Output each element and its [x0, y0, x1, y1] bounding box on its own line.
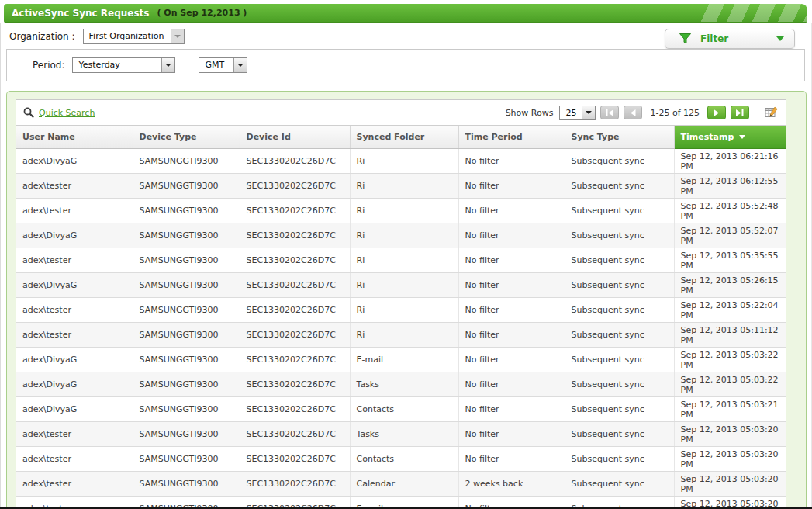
cell-user: adex\DivyaG: [16, 347, 133, 372]
column-header-time-period[interactable]: Time Period: [458, 126, 565, 148]
timezone-select[interactable]: GMT: [199, 57, 247, 73]
organization-select[interactable]: First Organization: [83, 29, 185, 44]
cell-sync-type: Subsequent sync: [565, 471, 674, 496]
cell-synced-folder: Contacts: [350, 396, 458, 421]
cell-time-period: 2 weeks back: [458, 471, 565, 496]
search-icon: [23, 107, 34, 118]
cell-device-type: SAMSUNGGTI9300: [133, 421, 240, 446]
organization-row: Organization : First Organization: [9, 28, 185, 45]
cell-device-type: SAMSUNGGTI9300: [133, 272, 240, 297]
chevron-down-icon[interactable]: [233, 58, 247, 72]
last-page-icon: [736, 109, 744, 116]
report-panel: Quick Search Show Rows 25: [6, 91, 807, 509]
table-row[interactable]: adex\DivyaGSAMSUNGGTI9300SEC1330202C26D7…: [16, 148, 786, 173]
table-row[interactable]: adex\testerSAMSUNGGTI9300SEC1330202C26D7…: [16, 421, 786, 446]
chevron-down-icon[interactable]: [171, 29, 184, 43]
cell-device-id: SEC1330202C26D7C: [240, 421, 350, 446]
cell-sync-type: Subsequent sync: [565, 347, 674, 372]
column-header-device-id[interactable]: Device Id: [240, 126, 350, 148]
cell-timestamp: Sep 12, 2013 05:26:15PM: [674, 272, 786, 297]
table-row[interactable]: adex\testerSAMSUNGGTI9300SEC1330202C26D7…: [16, 198, 786, 223]
cell-device-id: SEC1330202C26D7C: [240, 248, 350, 272]
cell-synced-folder: E-mail: [350, 347, 458, 372]
column-header-user-name[interactable]: User Name: [16, 126, 133, 148]
show-rows-value: 25: [560, 106, 582, 119]
page-title: ActiveSync Sync Requests: [4, 8, 149, 19]
table-row[interactable]: adex\testerSAMSUNGGTI9300SEC1330202C26D7…: [16, 173, 786, 198]
cell-sync-type: Subsequent sync: [565, 372, 674, 396]
cell-synced-folder: Ri: [350, 198, 458, 223]
last-page-button[interactable]: [731, 106, 749, 119]
cell-user: adex\tester: [16, 297, 133, 322]
edit-table-icon: [765, 106, 779, 119]
cell-time-period: No filter: [458, 347, 565, 372]
filter-button[interactable]: Filter: [665, 29, 795, 49]
cell-device-id: SEC1330202C26D7C: [240, 223, 350, 248]
next-page-button[interactable]: [707, 106, 726, 119]
cell-timestamp: Sep 12, 2013 05:22:04PM: [674, 297, 786, 322]
cell-user: adex\tester: [16, 446, 133, 471]
sync-requests-table: User Name Device Type Device Id Synced F…: [16, 126, 786, 509]
show-rows-label: Show Rows: [506, 108, 554, 118]
table-row[interactable]: adex\testerSAMSUNGGTI9300SEC1330202C26D7…: [16, 322, 786, 347]
table-row[interactable]: adex\DivyaGSAMSUNGGTI9300SEC1330202C26D7…: [16, 223, 786, 248]
chevron-down-icon[interactable]: [582, 106, 595, 119]
table-row[interactable]: adex\DivyaGSAMSUNGGTI9300SEC1330202C26D7…: [16, 347, 786, 372]
table-toolbar: Quick Search Show Rows 25: [16, 100, 786, 126]
cell-synced-folder: Ri: [350, 297, 458, 322]
cell-device-type: SAMSUNGGTI9300: [133, 198, 240, 223]
table-row[interactable]: adex\DivyaGSAMSUNGGTI9300SEC1330202C26D7…: [16, 396, 786, 421]
table-row[interactable]: adex\testerSAMSUNGGTI9300SEC1330202C26D7…: [16, 471, 786, 496]
quick-search-link[interactable]: Quick Search: [23, 107, 95, 118]
cell-synced-folder: Ri: [350, 248, 458, 272]
period-select[interactable]: Yesterday: [72, 57, 175, 73]
cell-timestamp: Sep 12, 2013 05:03:20PM: [674, 421, 786, 446]
column-header-synced-folder[interactable]: Synced Folder: [350, 126, 458, 148]
column-header-sync-type[interactable]: Sync Type: [565, 126, 674, 148]
cell-timestamp: Sep 12, 2013 05:03:20PM: [674, 446, 786, 471]
cell-timestamp: Sep 12, 2013 05:03:22PM: [674, 347, 786, 372]
chevron-down-icon[interactable]: [161, 58, 174, 72]
cell-sync-type: Subsequent sync: [565, 297, 674, 322]
cell-sync-type: Subsequent sync: [565, 421, 674, 446]
period-label: Period:: [33, 60, 64, 71]
quick-search-label[interactable]: Quick Search: [39, 108, 95, 118]
period-value: Yesterday: [73, 58, 161, 72]
cell-user: adex\DivyaG: [16, 372, 133, 396]
cell-device-id: SEC1330202C26D7C: [240, 198, 350, 223]
table-row[interactable]: adex\DivyaGSAMSUNGGTI9300SEC1330202C26D7…: [16, 272, 786, 297]
cell-device-type: SAMSUNGGTI9300: [133, 347, 240, 372]
report-table-card: Quick Search Show Rows 25: [16, 99, 786, 509]
cell-user: adex\tester: [16, 471, 133, 496]
timezone-value: GMT: [199, 58, 233, 72]
cell-time-period: No filter: [458, 396, 565, 421]
table-row[interactable]: adex\DivyaGSAMSUNGGTI9300SEC1330202C26D7…: [16, 372, 786, 396]
table-row[interactable]: adex\testerSAMSUNGGTI9300SEC1330202C26D7…: [16, 446, 786, 471]
cell-time-period: No filter: [458, 223, 565, 248]
table-row[interactable]: adex\testerSAMSUNGGTI9300SEC1330202C26D7…: [16, 297, 786, 322]
cell-synced-folder: Ri: [350, 322, 458, 347]
cell-user: adex\DivyaG: [16, 148, 133, 173]
cell-device-id: SEC1330202C26D7C: [240, 446, 350, 471]
first-page-button[interactable]: [600, 106, 619, 119]
cell-sync-type: Subsequent sync: [565, 322, 674, 347]
cell-device-type: SAMSUNGGTI9300: [133, 471, 240, 496]
customize-columns-button[interactable]: [765, 106, 779, 119]
cell-time-period: No filter: [458, 421, 565, 446]
cell-device-id: SEC1330202C26D7C: [240, 372, 350, 396]
cell-time-period: No filter: [458, 248, 565, 272]
cell-synced-folder: Ri: [350, 272, 458, 297]
column-header-timestamp[interactable]: Timestamp: [674, 126, 786, 148]
cell-user: adex\tester: [16, 248, 133, 272]
cell-time-period: No filter: [458, 372, 565, 396]
cell-sync-type: Subsequent sync: [565, 446, 674, 471]
cell-timestamp: Sep 12, 2013 06:21:16PM: [674, 148, 786, 173]
cell-sync-type: Subsequent sync: [565, 198, 674, 223]
table-row[interactable]: adex\testerSAMSUNGGTI9300SEC1330202C26D7…: [16, 248, 786, 272]
previous-page-icon: [630, 109, 636, 116]
previous-page-button[interactable]: [624, 106, 642, 119]
cell-user: adex\tester: [16, 421, 133, 446]
show-rows-select[interactable]: 25: [559, 106, 596, 120]
column-header-device-type[interactable]: Device Type: [133, 126, 240, 148]
cell-device-id: SEC1330202C26D7C: [240, 148, 350, 173]
